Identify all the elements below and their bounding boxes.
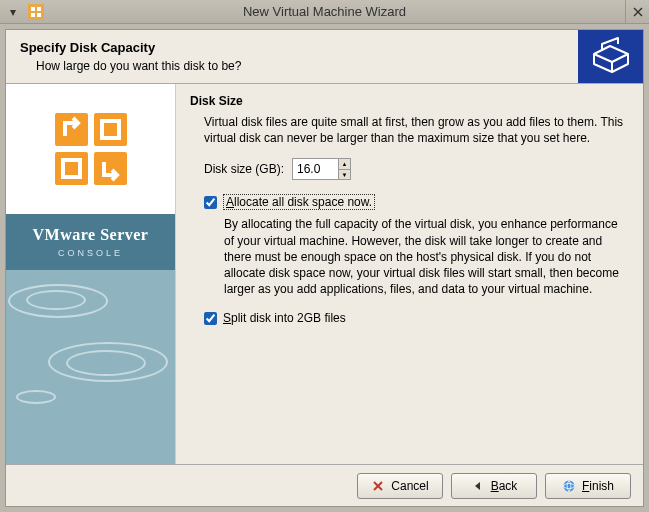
cancel-icon [371, 479, 385, 493]
header-graphic [578, 30, 643, 83]
close-icon [632, 6, 644, 18]
section-title: Disk Size [190, 94, 629, 108]
disk-size-spinner[interactable]: ▲ ▼ [292, 158, 351, 180]
brand-title: VMware Server [6, 226, 175, 244]
close-button[interactable] [625, 0, 649, 24]
svg-rect-2 [31, 13, 35, 17]
water-graphic [6, 270, 175, 464]
cancel-button[interactable]: Cancel [357, 473, 443, 499]
intro-text: Virtual disk files are quite small at fi… [204, 114, 629, 146]
svg-rect-6 [102, 121, 119, 138]
brand-panel: VMware Server CONSOLE [6, 214, 175, 270]
wizard-header: Specify Disk Capacity How large do you w… [6, 30, 643, 84]
allocate-checkbox[interactable] [204, 196, 217, 209]
split-checkbox[interactable] [204, 312, 217, 325]
sidebar-graphic: VMware Server CONSOLE [6, 84, 176, 464]
back-icon [471, 479, 485, 493]
back-button[interactable]: Back [451, 473, 537, 499]
wizard-body: VMware Server CONSOLE Disk Size Virtual … [6, 84, 643, 464]
drawer-icon [590, 36, 632, 78]
disk-size-input[interactable] [293, 159, 338, 179]
spinner-up-button[interactable]: ▲ [339, 159, 350, 170]
page-subtitle: How large do you want this disk to be? [36, 59, 564, 73]
wizard-window: ▾ New Virtual Machine Wizard Specify Dis… [0, 0, 649, 512]
brand-subtitle: CONSOLE [6, 248, 175, 258]
wizard-footer: Cancel Back Finish [6, 464, 643, 506]
split-label[interactable]: Split disk into 2GB files [223, 311, 346, 325]
content-panel: Specify Disk Capacity How large do you w… [5, 29, 644, 507]
window-menu-button[interactable]: ▾ [2, 1, 24, 23]
allocate-label[interactable]: Allocate all disk space now. [223, 194, 375, 210]
svg-rect-1 [37, 7, 41, 11]
wizard-icon [28, 4, 44, 20]
svg-rect-7 [63, 160, 80, 177]
main-panel: Disk Size Virtual disk files are quite s… [176, 84, 643, 464]
svg-point-10 [563, 480, 574, 491]
finish-button[interactable]: Finish [545, 473, 631, 499]
svg-rect-0 [31, 7, 35, 11]
spinner-down-button[interactable]: ▼ [339, 170, 350, 180]
window-title: New Virtual Machine Wizard [0, 4, 649, 19]
allocate-description: By allocating the full capacity of the v… [224, 216, 629, 297]
titlebar: ▾ New Virtual Machine Wizard [0, 0, 649, 24]
vmware-logo [6, 84, 175, 214]
disk-size-label: Disk size (GB): [204, 162, 284, 176]
svg-rect-3 [37, 13, 41, 17]
page-title: Specify Disk Capacity [20, 40, 564, 55]
globe-icon [562, 479, 576, 493]
